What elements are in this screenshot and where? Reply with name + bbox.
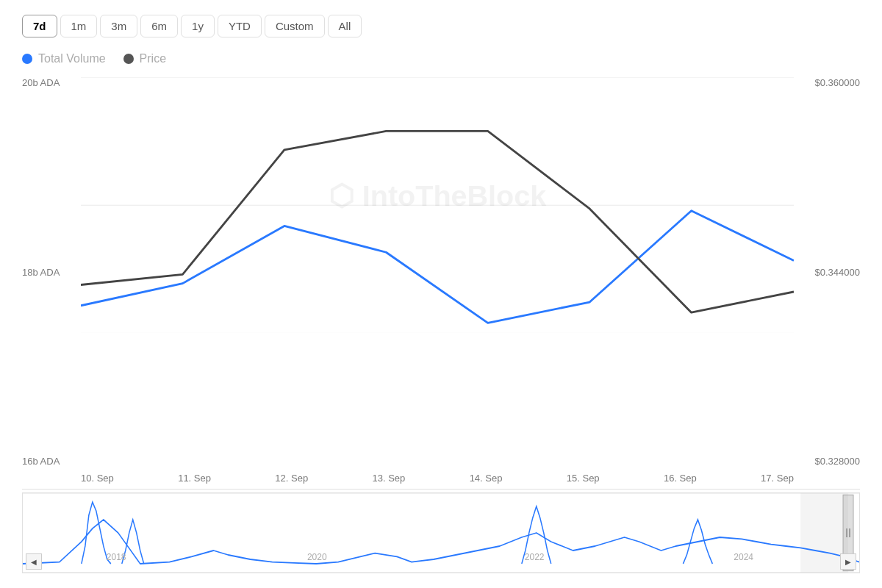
mini-chart-container: 2018 2020 2022 2024 ◀ ▶ — [22, 492, 860, 573]
time-btn-7d[interactable]: 7d — [22, 15, 57, 37]
x-label-6: 16. Sep — [664, 473, 697, 484]
time-btn-6m[interactable]: 6m — [140, 15, 178, 37]
nav-right-button[interactable]: ▶ — [840, 553, 856, 570]
legend-total-volume: Total Volume — [22, 52, 106, 65]
time-btn-all[interactable]: All — [328, 15, 362, 37]
price-dot — [123, 54, 134, 64]
total-volume-dot — [22, 54, 32, 64]
mini-chart-svg — [23, 493, 859, 573]
chart-area: 20b ADA 18b ADA 16b ADA $0.360000 $0.344… — [22, 77, 860, 573]
price-label: Price — [140, 52, 166, 65]
svg-text:⬡ IntoTheBlock: ⬡ IntoTheBlock — [329, 179, 547, 212]
time-btn-3m[interactable]: 3m — [100, 15, 137, 37]
y-left-mid: 18b ADA — [22, 267, 81, 278]
x-label-2: 12. Sep — [275, 473, 308, 484]
main-chart-container: 20b ADA 18b ADA 16b ADA $0.360000 $0.344… — [22, 77, 860, 490]
price-line — [81, 131, 794, 312]
svg-rect-4 — [23, 493, 859, 573]
y-axis-right: $0.360000 $0.344000 $0.328000 — [794, 77, 860, 467]
y-right-mid: $0.344000 — [815, 267, 860, 278]
y-right-bot: $0.328000 — [815, 456, 860, 467]
y-left-top: 20b ADA — [22, 77, 81, 88]
x-axis: 10. Sep 11. Sep 12. Sep 13. Sep 14. Sep … — [81, 467, 794, 489]
total-volume-label: Total Volume — [38, 52, 106, 65]
y-right-top: $0.360000 — [815, 77, 860, 88]
x-label-1: 11. Sep — [178, 473, 211, 484]
time-btn-custom[interactable]: Custom — [265, 15, 325, 37]
legend-price: Price — [123, 52, 166, 65]
x-label-4: 14. Sep — [470, 473, 503, 484]
main-chart-svg: ⬡ IntoTheBlock — [81, 77, 794, 333]
x-label-7: 17. Sep — [761, 473, 794, 484]
time-btn-1m[interactable]: 1m — [60, 15, 98, 37]
chart-legend: Total Volume Price — [22, 52, 860, 65]
y-left-bot: 16b ADA — [22, 456, 81, 467]
x-label-0: 10. Sep — [81, 473, 114, 484]
nav-left-button[interactable]: ◀ — [26, 553, 42, 570]
x-label-3: 13. Sep — [372, 473, 405, 484]
x-label-5: 15. Sep — [567, 473, 600, 484]
time-btn-ytd[interactable]: YTD — [218, 15, 262, 37]
time-btn-1y[interactable]: 1y — [181, 15, 215, 37]
y-axis-left: 20b ADA 18b ADA 16b ADA — [22, 77, 81, 467]
time-controls: 7d1m3m6m1yYTDCustomAll — [22, 15, 860, 37]
